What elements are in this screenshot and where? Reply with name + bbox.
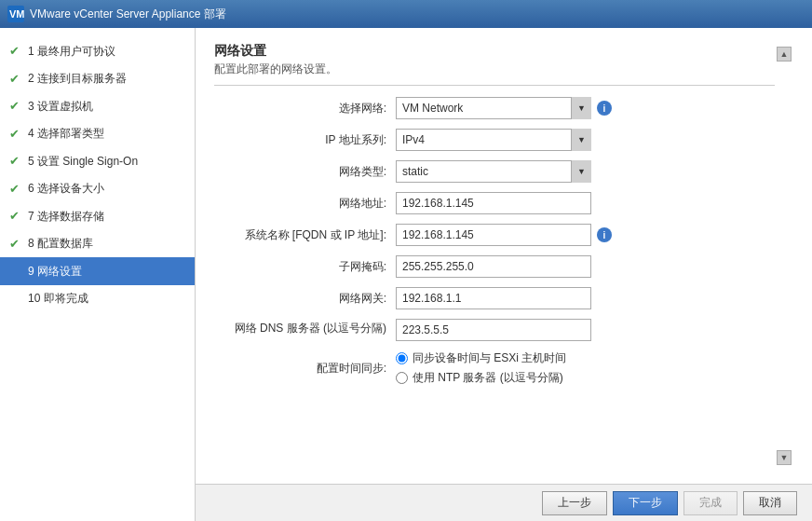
- network-type-select[interactable]: static dhcp: [396, 160, 591, 183]
- prev-button[interactable]: 上一步: [542, 491, 607, 515]
- sidebar-item-3[interactable]: ✔3 设置虚拟机: [0, 92, 195, 120]
- ip-series-select[interactable]: IPv4 IPv6: [396, 129, 591, 151]
- subnet-mask-input[interactable]: [396, 255, 591, 278]
- finish-button[interactable]: 完成: [683, 491, 738, 515]
- scroll-arrows: ▲ ▼: [775, 43, 793, 469]
- time-sync-control: 同步设备时间与 ESXi 主机时间 使用 NTP 服务器 (以逗号分隔): [396, 350, 566, 386]
- sidebar-label-7: 7 选择数据存储: [28, 208, 104, 225]
- sidebar-label-6: 6 选择设备大小: [28, 180, 104, 197]
- gateway-label: 网络网关:: [214, 291, 396, 307]
- dns-control: [396, 319, 591, 341]
- time-sync-radio-group: 同步设备时间与 ESXi 主机时间 使用 NTP 服务器 (以逗号分隔): [396, 350, 566, 386]
- system-name-row: 系统名称 [FQDN 或 IP 地址]: i: [214, 224, 775, 246]
- section-subtitle: 配置此部署的网络设置。: [214, 62, 775, 77]
- sidebar-item-8[interactable]: ✔8 配置数据库: [0, 230, 195, 258]
- select-network-label: 选择网络:: [214, 101, 396, 117]
- cancel-button[interactable]: 取消: [743, 491, 797, 515]
- ip-series-control: IPv4 IPv6 ▼: [396, 129, 591, 151]
- next-button[interactable]: 下一步: [613, 491, 678, 515]
- network-address-row: 网络地址:: [214, 192, 775, 214]
- sidebar-check-icon-4: ✔: [9, 125, 24, 144]
- sidebar-item-10[interactable]: 10 即将完成: [0, 285, 195, 313]
- sidebar-label-5: 5 设置 Single Sign-On: [28, 153, 138, 170]
- sidebar-label-4: 4 选择部署类型: [28, 125, 104, 142]
- sidebar-check-icon-1: ✔: [9, 42, 24, 61]
- sidebar-item-2[interactable]: ✔2 连接到目标服务器: [0, 65, 195, 93]
- sidebar-check-icon-3: ✔: [9, 97, 24, 116]
- network-type-row: 网络类型: static dhcp ▼: [214, 160, 775, 183]
- subnet-mask-row: 子网掩码:: [214, 255, 775, 278]
- subnet-mask-label: 子网掩码:: [214, 259, 396, 275]
- content-body: 网络设置 配置此部署的网络设置。 选择网络: VM Network: [196, 28, 812, 484]
- network-address-label: 网络地址:: [214, 196, 396, 212]
- scroll-down-arrow[interactable]: ▼: [777, 450, 792, 465]
- sidebar-label-3: 3 设置虚拟机: [28, 98, 93, 115]
- select-network-info-icon[interactable]: i: [597, 101, 612, 116]
- sidebar-item-1[interactable]: ✔1 最终用户可协议: [0, 37, 195, 65]
- sidebar-check-icon-2: ✔: [9, 70, 24, 89]
- main-container: ✔1 最终用户可协议✔2 连接到目标服务器✔3 设置虚拟机✔4 选择部署类型✔5…: [0, 28, 812, 521]
- gateway-row: 网络网关:: [214, 287, 775, 309]
- sidebar-item-9[interactable]: 9 网络设置: [0, 257, 195, 285]
- system-name-label: 系统名称 [FQDN 或 IP 地址]:: [214, 227, 396, 243]
- network-address-input[interactable]: [396, 192, 591, 214]
- sidebar-label-9: 9 网络设置: [28, 263, 82, 280]
- section-title: 网络设置: [214, 43, 775, 60]
- system-name-info-icon[interactable]: i: [597, 227, 612, 242]
- select-network-wrap: VM Network ▼: [396, 97, 591, 119]
- ip-series-wrap: IPv4 IPv6 ▼: [396, 129, 591, 151]
- dns-label: 网络 DNS 服务器 (以逗号分隔): [214, 319, 396, 336]
- sidebar-check-icon-5: ✔: [9, 152, 24, 171]
- time-sync-ntp-label: 使用 NTP 服务器 (以逗号分隔): [413, 370, 563, 386]
- sidebar-item-4[interactable]: ✔4 选择部署类型: [0, 120, 195, 148]
- network-type-wrap: static dhcp ▼: [396, 160, 591, 183]
- time-sync-label: 配置时间同步:: [214, 361, 396, 377]
- title-bar-text: VMware vCenter Server Appliance 部署: [30, 7, 805, 22]
- sidebar-item-7[interactable]: ✔7 选择数据存储: [0, 202, 195, 230]
- dns-row: 网络 DNS 服务器 (以逗号分隔): [214, 319, 775, 341]
- time-sync-ntp-radio[interactable]: [396, 372, 408, 384]
- section-header: 网络设置 配置此部署的网络设置。: [214, 43, 775, 86]
- sidebar-check-icon-8: ✔: [9, 235, 24, 254]
- sidebar-item-5[interactable]: ✔5 设置 Single Sign-On: [0, 147, 195, 175]
- vmware-icon: VM: [7, 6, 24, 22]
- footer: 上一步 下一步 完成 取消: [196, 484, 812, 521]
- network-address-control: [396, 192, 591, 214]
- network-type-control: static dhcp ▼: [396, 160, 591, 183]
- sidebar-check-icon-7: ✔: [9, 207, 24, 226]
- select-network-row: 选择网络: VM Network ▼ i: [214, 97, 775, 119]
- sidebar-check-icon-10: [9, 290, 24, 308]
- sidebar-item-6[interactable]: ✔6 选择设备大小: [0, 175, 195, 203]
- sidebar-check-icon-6: ✔: [9, 180, 24, 199]
- form: 选择网络: VM Network ▼ i: [214, 97, 775, 386]
- sidebar-label-2: 2 连接到目标服务器: [28, 70, 127, 87]
- sidebar-label-8: 8 配置数据库: [28, 235, 93, 252]
- sidebar: ✔1 最终用户可协议✔2 连接到目标服务器✔3 设置虚拟机✔4 选择部署类型✔5…: [0, 28, 196, 521]
- ip-series-label: IP 地址系列:: [214, 132, 396, 148]
- time-sync-row: 配置时间同步: 同步设备时间与 ESXi 主机时间 使用 NTP 服务器 (以逗…: [214, 350, 775, 386]
- system-name-control: i: [396, 224, 612, 246]
- time-sync-esxi-label: 同步设备时间与 ESXi 主机时间: [413, 350, 566, 366]
- select-network-input[interactable]: VM Network: [396, 97, 591, 119]
- network-type-label: 网络类型:: [214, 164, 396, 180]
- sidebar-label-1: 1 最终用户可协议: [28, 43, 115, 60]
- subnet-mask-control: [396, 255, 591, 278]
- sidebar-check-icon-9: [9, 262, 24, 281]
- gateway-input[interactable]: [396, 287, 591, 309]
- select-network-control: VM Network ▼ i: [396, 97, 612, 119]
- sidebar-label-10: 10 即将完成: [28, 290, 88, 307]
- gateway-control: [396, 287, 591, 309]
- time-sync-esxi-radio[interactable]: [396, 352, 408, 364]
- dns-input[interactable]: [396, 319, 591, 341]
- content-area: 网络设置 配置此部署的网络设置。 选择网络: VM Network: [196, 28, 812, 521]
- content-inner: 网络设置 配置此部署的网络设置。 选择网络: VM Network: [214, 43, 775, 469]
- title-bar: VM VMware vCenter Server Appliance 部署: [0, 0, 812, 28]
- time-sync-esxi-option[interactable]: 同步设备时间与 ESXi 主机时间: [396, 350, 566, 366]
- scroll-up-arrow[interactable]: ▲: [777, 47, 792, 62]
- system-name-input[interactable]: [396, 224, 591, 246]
- ip-series-row: IP 地址系列: IPv4 IPv6 ▼: [214, 129, 775, 151]
- time-sync-ntp-option[interactable]: 使用 NTP 服务器 (以逗号分隔): [396, 370, 566, 386]
- svg-text:VM: VM: [9, 8, 24, 20]
